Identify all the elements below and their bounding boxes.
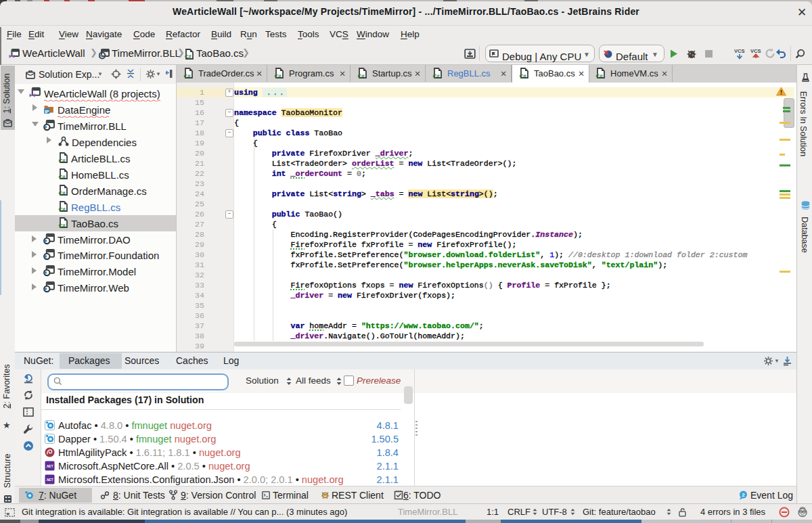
svg-text:C#: C# [185,53,191,60]
svg-text:VCS: VCS [734,48,744,54]
svg-text:.NET: .NET [46,478,53,482]
svg-text:.NET: .NET [46,465,53,468]
svg-text:2: 2 [742,492,745,498]
svg-text:VCS: VCS [750,48,761,54]
